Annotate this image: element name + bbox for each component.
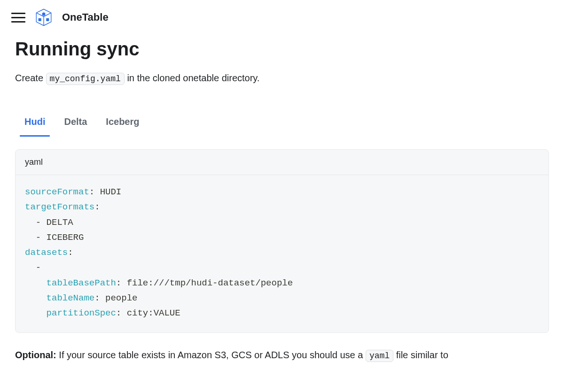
tab-hudi[interactable]: Hudi [24,112,45,136]
header: OneTable [0,0,564,35]
yaml-key: datasets [25,247,68,258]
yaml-key: partitionSpec [47,308,116,318]
yaml-value: file:///tmp/hudi-dataset/people [121,278,293,288]
code-block-title: yaml [16,150,548,175]
optional-label: Optional: [15,350,56,360]
yaml-value: ICEBERG [47,232,84,243]
yaml-key: tableBasePath [47,278,116,288]
yaml-key: tableName [47,293,95,303]
yaml-value: people [100,293,138,303]
yaml-value: DELTA [47,217,73,228]
svg-point-1 [42,13,46,16]
tab-delta[interactable]: Delta [64,112,87,136]
logo-icon [34,8,54,27]
svg-rect-2 [39,18,41,21]
svg-rect-3 [46,18,49,21]
tab-iceberg[interactable]: Iceberg [106,112,139,136]
config-filename-code: my_config.yaml [46,73,125,85]
yaml-code-block: yaml sourceFormat: HUDI targetFormats: -… [15,149,549,333]
brand-name[interactable]: OneTable [62,11,109,23]
intro-paragraph: Create my_config.yaml in the cloned onet… [15,71,549,85]
optional-paragraph: Optional: If your source table exists in… [15,348,549,362]
menu-icon[interactable] [11,11,25,24]
optional-text-tail: file similar to [393,350,448,360]
page-title: Running sync [15,38,549,60]
main-content: Running sync Create my_config.yaml in th… [0,35,564,374]
yaml-key: sourceFormat [25,187,89,197]
intro-text: Create [15,73,46,83]
optional-code: yaml [366,350,393,362]
code-block-body: sourceFormat: HUDI targetFormats: - DELT… [16,175,548,332]
yaml-value: city:VALUE [121,308,180,318]
format-tabs: Hudi Delta Iceberg [15,112,549,136]
yaml-value: HUDI [94,187,121,197]
optional-text: If your source table exists in Amazon S3… [56,350,366,360]
intro-text-tail: in the cloned onetable directory. [125,73,260,83]
yaml-key: targetFormats [25,202,94,212]
